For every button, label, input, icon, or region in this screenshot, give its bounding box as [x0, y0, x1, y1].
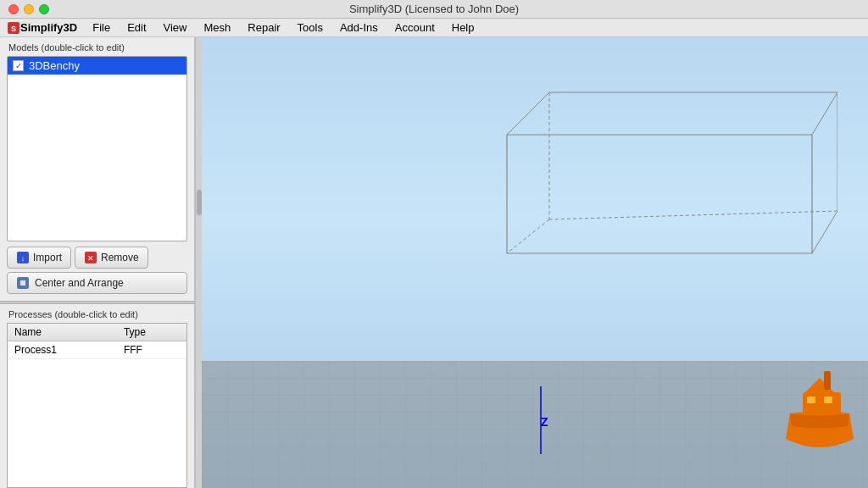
process-name-1: Process1: [8, 341, 117, 359]
processes-section: Processes (double-click to edit) Name Ty…: [0, 304, 194, 488]
menu-addins[interactable]: Add-Ins: [333, 19, 385, 36]
processes-col-name: Name: [8, 324, 117, 341]
app-logo: S Simplify3D: [7, 21, 77, 35]
center-arrange-button[interactable]: Center and Arrange: [7, 272, 187, 294]
import-icon: ↓: [16, 251, 30, 264]
svg-text:↓: ↓: [21, 254, 25, 263]
processes-section-label: Processes (double-click to edit): [0, 304, 194, 323]
menu-account[interactable]: Account: [388, 19, 442, 36]
remove-button[interactable]: ✕ Remove: [75, 247, 148, 269]
minimize-button[interactable]: [24, 4, 34, 14]
menubar: S Simplify3D File Edit View Mesh Repair …: [0, 19, 868, 37]
sidebar-scrollbar[interactable]: [195, 37, 202, 488]
maximize-button[interactable]: [39, 4, 49, 14]
sidebar-buttons: ↓ Import ✕ Remove: [0, 241, 194, 272]
remove-label: Remove: [101, 252, 139, 263]
processes-table: Name Type Process1 FFF: [7, 323, 187, 488]
process-type-1: FFF: [117, 341, 186, 359]
main-layout: Models (double-click to edit) 3DBenchy ↓…: [0, 37, 868, 488]
remove-icon: ✕: [84, 251, 97, 264]
svg-text:✕: ✕: [87, 254, 94, 263]
menu-repair[interactable]: Repair: [241, 19, 287, 36]
import-label: Import: [33, 252, 62, 263]
svg-line-16: [549, 211, 837, 219]
svg-rect-22: [807, 396, 815, 403]
process-row-1[interactable]: Process1 FFF: [8, 341, 186, 359]
close-button[interactable]: [8, 4, 19, 14]
svg-rect-23: [824, 396, 832, 403]
svg-rect-21: [824, 371, 831, 390]
model-item-3dbenchy[interactable]: 3DBenchy: [8, 57, 186, 75]
window-title: Simplify3D (Licensed to John Doe): [349, 3, 519, 15]
svg-text:S: S: [11, 25, 16, 33]
model-checkbox-3dbenchy[interactable]: [13, 60, 24, 71]
z-axis-line: [528, 386, 554, 454]
wireframe-box: [481, 84, 837, 270]
benchy-model: [782, 363, 858, 456]
svg-marker-8: [507, 135, 812, 253]
models-list[interactable]: 3DBenchy: [7, 56, 187, 241]
menu-file[interactable]: File: [86, 19, 117, 36]
3d-viewport[interactable]: Z: [202, 37, 868, 488]
traffic-lights: [8, 4, 49, 14]
menu-edit[interactable]: Edit: [120, 19, 153, 36]
center-arrange-icon: [16, 276, 30, 290]
app-logo-icon: S: [7, 21, 20, 35]
center-arrange-label: Center and Arrange: [35, 277, 124, 289]
svg-line-10: [812, 92, 837, 135]
import-button[interactable]: ↓ Import: [7, 247, 71, 269]
svg-line-9: [507, 92, 549, 135]
svg-rect-7: [20, 280, 25, 286]
menu-mesh[interactable]: Mesh: [198, 19, 238, 36]
titlebar: Simplify3D (Licensed to John Doe): [0, 0, 868, 19]
processes-col-type: Type: [117, 324, 186, 341]
menu-view[interactable]: View: [157, 19, 194, 36]
sidebar: Models (double-click to edit) 3DBenchy ↓…: [0, 37, 195, 488]
menu-help[interactable]: Help: [445, 19, 481, 36]
svg-line-12: [812, 211, 837, 253]
model-name-3dbenchy: 3DBenchy: [29, 59, 80, 72]
menu-tools[interactable]: Tools: [291, 19, 330, 36]
svg-line-15: [507, 219, 549, 253]
svg-rect-20: [803, 392, 841, 418]
app-name: Simplify3D: [20, 21, 77, 34]
models-section-label: Models (double-click to edit): [0, 37, 194, 56]
